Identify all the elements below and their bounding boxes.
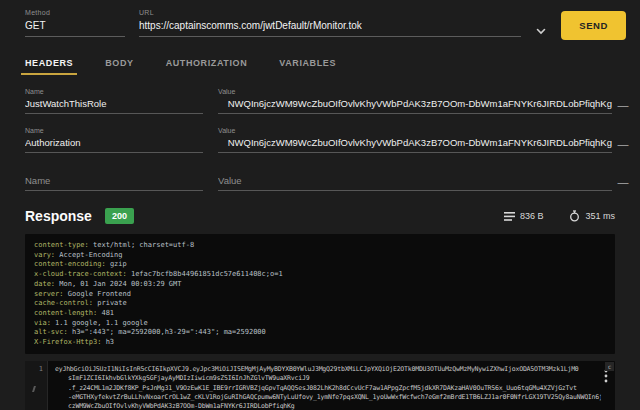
method-label: Method — [25, 9, 125, 16]
response-header-line: content-type: text/html; charset=utf-8 — [34, 241, 606, 251]
response-header-line: cache-control: private — [34, 299, 606, 309]
remove-header-button[interactable]: — — [612, 176, 634, 191]
corner-char: c — [605, 362, 614, 371]
header-name-input[interactable]: JustWatchThisRole — [25, 98, 203, 114]
body-line: eyJhbGciOiJSUzI1NiIsInR5cCI6IkpXVCJ9.eyJ… — [55, 365, 601, 374]
headers-form: Name JustWatchThisRole Value NWQIn6jczWM… — [0, 88, 640, 191]
response-header-line: date: Mon, 01 Jan 2024 00:03:29 GMT — [34, 280, 606, 290]
chevron-down-icon[interactable] — [535, 23, 547, 41]
url-value[interactable]: https://captainscomms.com/jwtDefault/rMo… — [139, 20, 521, 37]
response-header-line: server: Google Frontend — [34, 290, 606, 300]
request-bar: Method GET URL https://captainscomms.com… — [0, 0, 640, 41]
response-body-panel: 1 eyJhbGciOiJSUzI1NiIsInR5cCI6IkpXVCJ9.e… — [25, 361, 615, 410]
name-label: Name — [25, 127, 203, 134]
response-headers-panel: content-type: text/html; charset=utf-8va… — [25, 234, 615, 354]
tab-variables[interactable]: VARIABLES — [279, 58, 336, 75]
remove-header-button[interactable]: — — [612, 99, 634, 114]
header-value-input[interactable]: NWQIn6jczWM9WcZbuOIfOvlvKhyVWbPdAK3zB7OO… — [218, 98, 612, 114]
response-header-line: alt-svc: h3=":443"; ma=2592000,h3-29=":4… — [34, 328, 606, 338]
size-lines-icon — [504, 212, 515, 221]
method-value[interactable]: GET — [25, 20, 125, 37]
url-label: URL — [139, 9, 521, 16]
stopwatch-icon — [569, 210, 580, 222]
body-line: czWM9WcZbuOIfOvlvKhyVWbPdAK3zB7OOm-DbWm1… — [55, 402, 601, 410]
body-line: -eMGTHXyfekvtZrBuLLhvNxoarCrOL1wZ_cKLV1R… — [55, 393, 601, 402]
value-label: Value — [218, 127, 612, 134]
remove-header-button[interactable]: — — [612, 138, 634, 153]
request-tabs: HEADERS BODY AUTHORIZATION VARIABLES — [0, 58, 640, 75]
response-size: 836 B — [504, 211, 544, 221]
header-name-input[interactable]: Authorization — [25, 137, 203, 153]
response-header-line: vary: Accept-Encoding — [34, 251, 606, 261]
response-header-line: x-cloud-trace-context: 1efac7bcfb8b44961… — [34, 270, 606, 280]
header-value-input[interactable]: NWQIn6jczWM9WcZbuOIfOvlvKhyVWbPdAK3zB7OO… — [218, 137, 612, 153]
response-header-line: via: 1.1 google, 1.1 google — [34, 319, 606, 329]
line-number: 1 — [39, 365, 43, 373]
header-row-empty: Name Value — — [25, 175, 634, 191]
response-header-line: X-Firefox-Http3: h3 — [34, 338, 606, 348]
body-line: .f_z24CML1m2JDKf8KP_PsJnMg31_V9OzEwK1E_I… — [55, 384, 601, 393]
header-name-input[interactable]: Name — [25, 175, 203, 191]
response-time: 351 ms — [569, 210, 615, 222]
wrap-marker-icon — [32, 386, 36, 392]
gutter: 1 — [25, 361, 48, 410]
name-label: Name — [25, 88, 203, 95]
response-header-line: content-length: 481 — [34, 309, 606, 319]
status-badge: 200 — [105, 208, 134, 224]
response-bar: Response 200 836 B 351 ms — [0, 208, 640, 224]
header-row: Name JustWatchThisRole Value NWQIn6jczWM… — [25, 88, 634, 114]
header-value-input[interactable]: Value — [218, 175, 612, 191]
header-row: Name Authorization Value NWQIn6jczWM9WcZ… — [25, 127, 634, 153]
response-body-code: eyJhbGciOiJSUzI1NiIsInR5cCI6IkpXVCJ9.eyJ… — [48, 361, 615, 410]
value-label: Value — [218, 88, 612, 95]
send-button[interactable]: SEND — [561, 11, 626, 40]
url-input[interactable]: URL https://captainscomms.com/jwtDefault… — [139, 9, 521, 37]
method-select[interactable]: Method GET — [25, 9, 125, 37]
api-client-window: Method GET URL https://captainscomms.com… — [0, 0, 640, 410]
tab-body[interactable]: BODY — [105, 58, 133, 75]
tab-headers[interactable]: HEADERS — [25, 58, 73, 75]
body-line: sImF1ZCI6IkhvbGlkYXkgSGFjayAyMDIzIiwicm9… — [55, 374, 601, 383]
kebab-menu-icon[interactable] — [604, 369, 608, 387]
response-header-line: content-encoding: gzip — [34, 260, 606, 270]
response-title: Response — [25, 208, 92, 224]
tab-authorization[interactable]: AUTHORIZATION — [166, 58, 248, 75]
